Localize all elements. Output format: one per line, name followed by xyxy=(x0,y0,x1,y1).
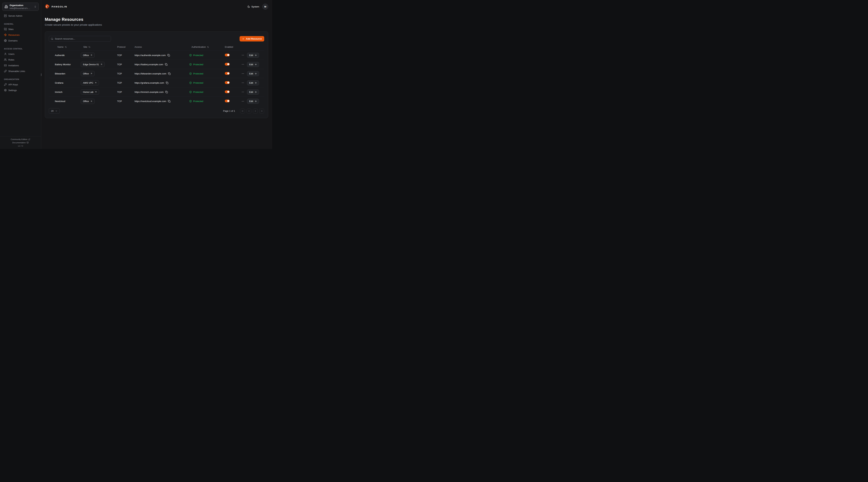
enabled-toggle[interactable] xyxy=(225,81,230,84)
search-input[interactable] xyxy=(55,37,109,40)
search-icon xyxy=(51,38,53,40)
copy-url-button[interactable] xyxy=(165,63,167,66)
enabled-toggle[interactable] xyxy=(225,100,230,102)
edit-button[interactable]: Edit xyxy=(247,80,259,85)
enabled-toggle[interactable] xyxy=(225,54,230,56)
last-page-button[interactable] xyxy=(259,108,264,114)
sidebar: Organization milo@fossorial.io's ... Ser… xyxy=(0,0,41,149)
first-page-button[interactable] xyxy=(240,108,245,114)
arrow-right-icon xyxy=(254,100,257,102)
table-row: Nextcloud Office TCP https://nextcloud.e… xyxy=(49,97,264,106)
resources-card: Add Resource Name Site Protocol Access xyxy=(45,31,268,118)
row-menu-button[interactable] xyxy=(242,100,244,103)
sidebar-item-users[interactable]: Users xyxy=(2,51,39,57)
sidebar-nav: Server Admin GENERAL Sites Resources Dom xyxy=(2,13,39,93)
resource-url: https://authentik.example.com xyxy=(134,54,166,57)
sidebar-item-shareable-links[interactable]: Shareable Links xyxy=(2,68,39,74)
theme-label: System xyxy=(251,5,259,8)
ellipsis-icon xyxy=(242,100,244,103)
sidebar-item-server-admin[interactable]: Server Admin xyxy=(2,13,39,19)
edit-button[interactable]: Edit xyxy=(247,62,259,67)
theme-toggle-button[interactable]: System xyxy=(247,5,259,8)
edit-button[interactable]: Edit xyxy=(247,71,259,76)
sidebar-item-label: Shareable Links xyxy=(8,70,25,72)
sidebar-item-sites[interactable]: Sites xyxy=(2,27,39,32)
row-menu-button[interactable] xyxy=(242,54,244,57)
edit-button[interactable]: Edit xyxy=(247,90,259,95)
resource-name: Battery Monitor xyxy=(55,63,81,66)
enabled-toggle[interactable] xyxy=(225,90,230,93)
copy-icon xyxy=(168,100,170,102)
table-row: Bitwarden Office TCP https://bitwarden.e… xyxy=(49,69,264,78)
pagination: 20 Page 1 of 1 xyxy=(49,108,264,114)
enabled-toggle[interactable] xyxy=(225,72,230,75)
resource-url: https://bitwarden.example.com xyxy=(134,72,166,75)
add-resource-button[interactable]: Add Resource xyxy=(240,36,264,41)
shield-check-icon xyxy=(189,91,192,93)
site-link-button[interactable]: AWS VPC xyxy=(81,80,99,85)
column-header-name[interactable]: Name xyxy=(55,45,81,48)
chevrons-up-down-icon xyxy=(34,5,36,8)
row-menu-button[interactable] xyxy=(242,82,244,84)
sidebar-item-domains[interactable]: Domains xyxy=(2,38,39,43)
page-size-select[interactable]: 20 xyxy=(49,108,60,114)
card-toolbar: Add Resource xyxy=(49,36,264,42)
page-status: Page 1 of 1 xyxy=(223,110,235,112)
edit-button[interactable]: Edit xyxy=(247,99,259,104)
column-header-authentication[interactable]: Authentication xyxy=(189,45,225,48)
column-header-site[interactable]: Site xyxy=(81,45,117,48)
user-avatar[interactable]: M xyxy=(262,4,268,9)
row-menu-button[interactable] xyxy=(242,63,244,66)
sidebar-item-settings[interactable]: Settings xyxy=(2,88,39,93)
row-menu-button[interactable] xyxy=(242,91,244,93)
sidebar-item-invitations[interactable]: Invitations xyxy=(2,63,39,68)
sidebar-item-roles[interactable]: Roles xyxy=(2,57,39,62)
shield-check-icon xyxy=(189,100,192,102)
site-link-button[interactable]: Edge Device 01 xyxy=(81,62,105,67)
resource-protocol: TCP xyxy=(117,72,134,75)
sort-icon xyxy=(65,46,67,48)
copy-url-button[interactable] xyxy=(168,100,170,102)
arrow-right-icon xyxy=(254,54,257,56)
next-page-button[interactable] xyxy=(253,108,258,114)
copy-icon xyxy=(165,63,167,66)
site-link-button[interactable]: Home Lab xyxy=(81,89,99,95)
resource-protocol: TCP xyxy=(117,63,134,66)
moon-icon xyxy=(247,5,250,8)
arrow-up-right-icon xyxy=(100,63,102,65)
row-menu-button[interactable] xyxy=(242,72,244,75)
ticket-check-icon xyxy=(4,64,7,67)
table-body: Authentik Office TCP https://authentik.e… xyxy=(49,51,264,106)
page-subtitle: Create secure proxies to your private ap… xyxy=(45,23,268,26)
site-link-button[interactable]: Office xyxy=(81,71,95,76)
resource-name: Grafana xyxy=(55,82,81,84)
main-area: PANGOLIN System M Manage Resources Creat… xyxy=(41,0,272,149)
resource-protocol: TCP xyxy=(117,82,134,84)
copy-url-button[interactable] xyxy=(166,82,168,84)
sidebar-item-resources[interactable]: Resources xyxy=(2,32,39,37)
ellipsis-icon xyxy=(242,72,244,75)
sidebar-item-label: Invitations xyxy=(8,64,19,67)
enabled-toggle[interactable] xyxy=(225,63,230,66)
site-link-button[interactable]: Office xyxy=(81,53,95,58)
copy-url-button[interactable] xyxy=(165,91,168,93)
sidebar-resize-handle[interactable] xyxy=(41,73,41,76)
chevrons-right-icon xyxy=(260,110,263,112)
community-edition-link[interactable]: Community Edition xyxy=(11,138,30,140)
copy-url-button[interactable] xyxy=(168,72,170,75)
auth-status-badge: Protected xyxy=(189,82,225,84)
org-selector[interactable]: Organization milo@fossorial.io's ... xyxy=(2,3,39,11)
resource-protocol: TCP xyxy=(117,91,134,93)
shield-check-icon xyxy=(189,54,192,57)
external-link-icon xyxy=(28,138,30,140)
site-link-button[interactable]: Office xyxy=(81,99,95,104)
sidebar-item-api-keys[interactable]: API Keys xyxy=(2,82,39,87)
copy-url-button[interactable] xyxy=(167,54,170,57)
prev-page-button[interactable] xyxy=(247,108,251,114)
building-icon xyxy=(4,5,8,8)
chevron-down-icon xyxy=(55,110,58,112)
resource-protocol: TCP xyxy=(117,54,134,57)
edit-button[interactable]: Edit xyxy=(247,53,259,58)
documentation-link[interactable]: Documentation xyxy=(12,141,29,144)
resource-url: https://battery.example.com xyxy=(134,63,163,66)
